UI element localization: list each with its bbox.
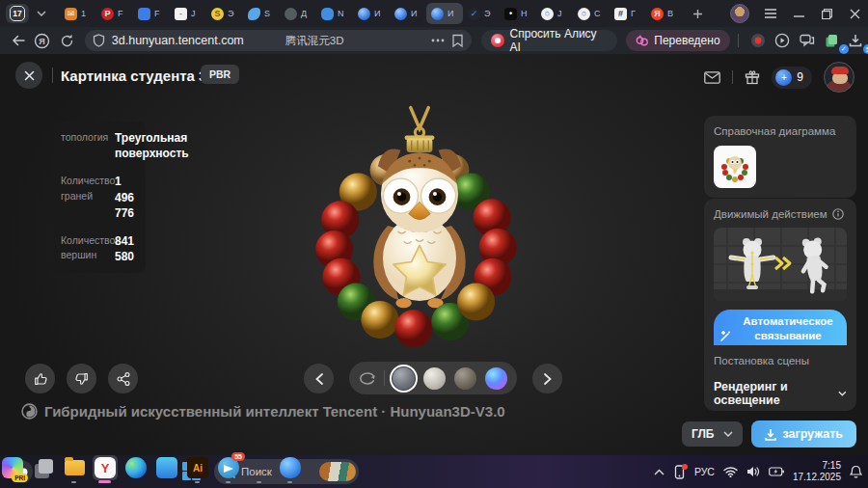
tab-gray-app[interactable]: Д (280, 3, 316, 24)
downloads-icon[interactable]: 5 (844, 30, 868, 51)
format-dropdown[interactable]: ГЛБ (682, 421, 744, 447)
tab-title: N (338, 9, 344, 18)
taskbar-clock[interactable]: 7:15 17.12.2025 (793, 460, 841, 484)
time: 7:15 (793, 460, 841, 473)
material-gradient[interactable] (485, 367, 507, 390)
phone-link-icon[interactable] (673, 465, 686, 479)
gift-icon[interactable] (745, 69, 760, 85)
magic-wand-icon (719, 330, 732, 342)
volume-icon[interactable] (746, 466, 760, 477)
record-icon[interactable] (746, 30, 771, 51)
tab-drive[interactable]: F (133, 3, 170, 24)
menu-icon[interactable] (765, 9, 776, 18)
credits-count: 9 (797, 70, 803, 84)
tab-mail[interactable]: ✉ 1 (60, 3, 96, 24)
tab-list-chevron[interactable] (31, 4, 52, 23)
tab-favicon (358, 8, 370, 20)
tab-chat[interactable]: N (316, 3, 353, 24)
close-viewer-button[interactable] (15, 62, 42, 89)
tab-check[interactable]: ✓ Э (463, 3, 500, 24)
tab-doc[interactable]: - J (170, 3, 206, 24)
site-security-icon[interactable] (93, 34, 105, 47)
taskbar-store[interactable] (154, 455, 179, 480)
alice-icon (491, 34, 504, 47)
tab-favicon: • (504, 8, 517, 20)
model-viewport[interactable]: Картинка студента 3D PBR + 9 топология Т… (0, 54, 868, 455)
like-button[interactable] (25, 364, 55, 393)
maximize-icon[interactable] (822, 9, 832, 19)
new-tab-button[interactable] (687, 3, 708, 24)
tab-yandex[interactable]: Я В (646, 3, 683, 24)
tab-hunyuan-1[interactable]: И (353, 3, 390, 24)
tab-title: Г (631, 9, 636, 18)
info-icon[interactable] (832, 208, 844, 220)
browser-navbar: Я 3d.hunyuan.tencent.com 腾讯混元3D Спросить… (0, 27, 868, 54)
download-button[interactable]: загружать (751, 420, 856, 447)
taskbar-yandex-browser[interactable]: Y (93, 455, 118, 480)
ask-alice-button[interactable]: Спросить Алису AI (481, 30, 617, 51)
scene-dropdown[interactable]: Рендеринг и освещение (714, 380, 847, 407)
video-play-icon[interactable] (771, 30, 795, 51)
tab-title: 1 (81, 9, 86, 18)
back-icon[interactable] (6, 30, 30, 51)
owl-ornament-model[interactable] (311, 104, 529, 353)
taskbar-telegram[interactable]: 55 (216, 455, 241, 480)
share-button[interactable] (108, 364, 138, 393)
notification-bell-icon[interactable] (850, 465, 862, 478)
tab-grid[interactable]: # Г (610, 3, 646, 24)
battery-icon[interactable] (769, 467, 784, 476)
tab-favicon: ○ (578, 8, 590, 20)
material-clay[interactable] (423, 367, 446, 390)
reference-thumbnail[interactable] (714, 146, 756, 188)
tab-ring-1[interactable]: ○ J (536, 3, 573, 24)
tab-favicon: # (614, 8, 627, 20)
taskbar-background-app[interactable] (247, 455, 272, 480)
browser-profile-avatar[interactable] (730, 4, 749, 23)
close-icon (24, 70, 35, 81)
scene-card: Постановка сцены Рендеринг и освещение (704, 345, 856, 411)
user-avatar[interactable] (824, 62, 854, 93)
taskbar-layers-app[interactable] (31, 455, 56, 480)
tab-title: В (667, 9, 673, 18)
tab-title: И (411, 9, 417, 18)
tab-hunyuan-active[interactable]: И (426, 3, 463, 24)
close-window-icon[interactable] (850, 9, 860, 19)
taskbar-yandex-disk[interactable] (278, 455, 303, 480)
page-title: Картинка студента 3D (61, 68, 217, 84)
taskbar-explorer[interactable] (62, 455, 87, 480)
pbr-badge: PBR (201, 65, 239, 84)
tab-pinterest[interactable]: P F (96, 3, 133, 24)
yandex-home-icon[interactable]: Я (30, 30, 54, 51)
comments-icon[interactable] (795, 30, 819, 51)
tab-hunyuan-2[interactable]: И (390, 3, 426, 24)
minimize-icon[interactable] (794, 9, 804, 18)
tab-ring-2[interactable]: ○ С (573, 3, 610, 24)
taskbar-pri-app[interactable]: PRI (0, 455, 25, 480)
rotate-icon[interactable] (359, 372, 376, 385)
dislike-button[interactable] (67, 364, 96, 393)
language-indicator[interactable]: РУС (694, 466, 715, 477)
tab-favicon (321, 8, 334, 20)
material-textured[interactable] (393, 367, 415, 390)
carousel-next-button[interactable] (532, 364, 562, 393)
tab-feather[interactable]: S (243, 3, 280, 24)
mail-icon[interactable] (704, 71, 720, 84)
more-actions-icon[interactable] (431, 39, 445, 42)
translated-button[interactable]: Переведено (626, 30, 729, 51)
tray-chevron-up-icon[interactable] (654, 469, 665, 475)
wifi-icon[interactable] (723, 467, 738, 477)
reload-icon[interactable] (55, 30, 79, 51)
extension-icon[interactable]: ✓ (819, 30, 843, 51)
material-metal[interactable] (454, 367, 476, 390)
carousel-prev-button[interactable] (304, 364, 334, 393)
bookmark-icon[interactable] (451, 34, 464, 48)
tab-counter[interactable]: 17 (6, 4, 29, 23)
taskbar-edge[interactable] (123, 455, 149, 480)
tab-coin[interactable]: S Э (206, 3, 243, 24)
tab-dot[interactable]: • Н (500, 3, 536, 24)
credits-pill[interactable]: + 9 (772, 67, 812, 89)
tab-title: Э (228, 9, 233, 18)
address-field[interactable]: 3d.hunyuan.tencent.com 腾讯混元3D (85, 30, 472, 51)
tab-title: J (191, 9, 196, 18)
taskbar-illustrator[interactable]: Ai (185, 455, 210, 480)
